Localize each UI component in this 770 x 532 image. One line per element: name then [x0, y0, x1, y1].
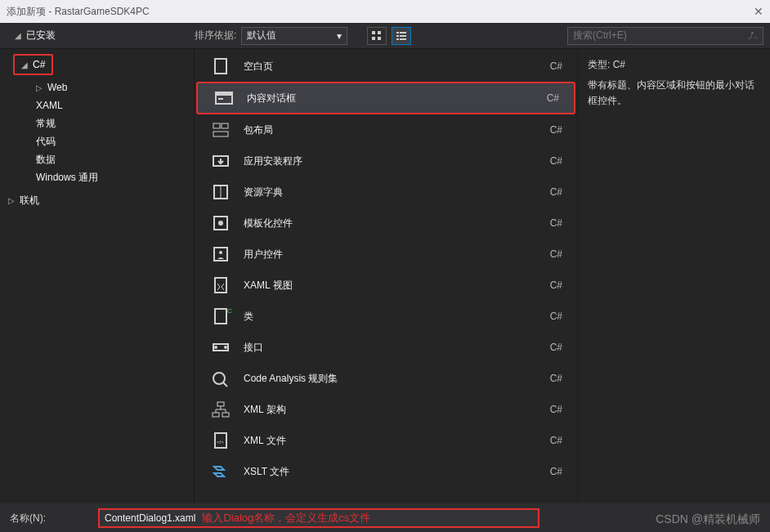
svg-rect-5	[400, 32, 406, 34]
svg-rect-13	[218, 98, 223, 100]
template-lang: C#	[538, 373, 562, 384]
ruleset-icon	[209, 367, 232, 390]
svg-rect-34	[222, 413, 229, 417]
svg-rect-4	[396, 32, 399, 34]
svg-text:</>: </>	[217, 440, 224, 445]
search-input[interactable]: 搜索(Ctrl+E) ⤴₋	[567, 27, 763, 45]
titlebar: 添加新项 - RastarGameSDK4PC ✕	[0, 0, 770, 23]
svg-rect-12	[216, 92, 232, 96]
template-row[interactable]: 空白页C#	[195, 51, 577, 82]
template-name: XSLT 文件	[244, 465, 526, 479]
template-row[interactable]: 包布局C#	[195, 114, 577, 145]
template-row[interactable]: 模板化控件C#	[195, 208, 577, 239]
svg-rect-3	[378, 37, 381, 40]
details-pane: 类型: C# 带有标题、内容区域和按钮的最小对话框控件。	[577, 49, 770, 503]
details-type-value: C#	[613, 59, 625, 70]
sidebar-root-csharp[interactable]: ◢ C#	[15, 56, 51, 74]
xaml-view-icon	[209, 274, 232, 297]
svg-point-30	[213, 373, 225, 384]
content-dialog-icon	[213, 87, 235, 110]
name-hint: 输入Dialog名称，会定义生成cs文件	[202, 511, 370, 525]
template-name: Code Analysis 规则集	[244, 372, 526, 386]
sidebar-item-web[interactable]: ▷Web	[0, 78, 194, 96]
templated-icon	[209, 212, 232, 235]
template-row[interactable]: </>XML 文件C#	[195, 425, 577, 456]
template-name: 接口	[244, 341, 526, 355]
search-icon: ⤴₋	[748, 30, 758, 42]
chevron-right-icon: ▷	[36, 83, 44, 92]
sort-combo[interactable]: 默认值 ▾	[241, 27, 347, 45]
template-lang: C#	[535, 92, 559, 104]
sidebar-csharp-highlight: ◢ C#	[13, 54, 53, 75]
sidebar-item-data[interactable]: 数据	[0, 150, 194, 168]
template-row[interactable]: XSLT 文件C#	[195, 456, 577, 487]
template-list[interactable]: 空白页C#内容对话框C#包布局C#应用安装程序C#资源字典C#模板化控件C#用户…	[195, 49, 577, 503]
sort-label: 排序依据:	[195, 29, 236, 42]
sidebar-item-general[interactable]: 常规	[0, 114, 194, 132]
toolbar: ◢ 已安装 排序依据: 默认值 ▾ 搜索(Ctrl+E) ⤴₋	[0, 23, 770, 49]
sidebar-item-code[interactable]: 代码	[0, 132, 194, 150]
sidebar: ◢ C# ▷Web XAML 常规 代码 数据 Windows 通用 ▷联机	[0, 49, 195, 503]
sidebar-item-windows-universal[interactable]: Windows 通用	[0, 168, 194, 186]
installer-icon	[209, 150, 232, 172]
template-lang: C#	[538, 279, 562, 291]
grid-icon	[371, 30, 383, 42]
template-lang: C#	[538, 124, 562, 136]
template-row[interactable]: 内容对话框C#	[196, 82, 575, 114]
svg-point-21	[218, 221, 223, 226]
blank-page-icon	[209, 55, 232, 78]
template-name: 包布局	[244, 123, 526, 137]
template-lang: C#	[538, 186, 562, 198]
template-row[interactable]: 接口C#	[195, 332, 577, 363]
name-label: 名称(N):	[10, 512, 83, 525]
template-name: 资源字典	[244, 186, 526, 199]
dictionary-icon	[209, 181, 232, 203]
dropdown-icon: ▾	[337, 30, 342, 42]
close-icon[interactable]: ✕	[754, 5, 763, 18]
template-lang: C#	[538, 342, 562, 353]
template-name: XML 文件	[244, 434, 526, 448]
installed-root[interactable]: ◢ 已安装	[7, 27, 195, 45]
xslt-icon	[209, 460, 232, 483]
template-lang: C#	[538, 466, 562, 477]
chevron-down-icon: ◢	[21, 60, 29, 69]
template-name: 应用安装程序	[244, 154, 526, 168]
template-lang: C#	[538, 155, 562, 167]
layout-icon	[209, 118, 232, 141]
svg-rect-24	[215, 278, 226, 293]
svg-rect-0	[372, 31, 375, 34]
view-grid-button[interactable]	[367, 27, 387, 45]
template-row[interactable]: XML 架构C#	[195, 394, 577, 425]
window-title: 添加新项 - RastarGameSDK4PC	[7, 5, 150, 19]
template-name: 空白页	[244, 60, 526, 74]
svg-rect-16	[213, 132, 228, 136]
chevron-right-icon: ▷	[8, 196, 16, 205]
sidebar-item-xaml[interactable]: XAML	[0, 96, 194, 114]
sidebar-online[interactable]: ▷联机	[0, 191, 194, 209]
svg-rect-10	[215, 59, 226, 74]
usercontrol-icon	[209, 243, 232, 266]
details-description: 带有标题、内容区域和按钮的最小对话框控件。	[588, 78, 760, 109]
view-list-button[interactable]	[392, 27, 411, 45]
svg-line-31	[223, 382, 227, 387]
svg-rect-14	[213, 123, 220, 128]
template-name: 类	[244, 310, 526, 324]
template-row[interactable]: 资源字典C#	[195, 177, 577, 208]
template-lang: C#	[538, 217, 562, 229]
name-input[interactable]: ContentDialog1.xaml 输入Dialog名称，会定义生成cs文件	[98, 508, 539, 528]
template-row[interactable]: XAML 视图C#	[195, 270, 577, 301]
template-row[interactable]: Code Analysis 规则集C#	[195, 363, 577, 394]
interface-icon	[209, 336, 232, 359]
chevron-down-icon: ◢	[15, 31, 23, 40]
svg-rect-8	[396, 38, 399, 40]
xmlfile-icon: </>	[209, 429, 232, 452]
template-lang: C#	[538, 404, 562, 415]
template-lang: C#	[538, 311, 562, 322]
template-row[interactable]: 应用安装程序C#	[195, 145, 577, 177]
template-name: 模板化控件	[244, 217, 526, 230]
template-name: XML 架构	[244, 403, 526, 417]
template-row[interactable]: 用户控件C#	[195, 239, 577, 270]
svg-rect-33	[213, 413, 219, 417]
template-lang: C#	[538, 60, 562, 72]
template-row[interactable]: C#类C#	[195, 301, 577, 332]
